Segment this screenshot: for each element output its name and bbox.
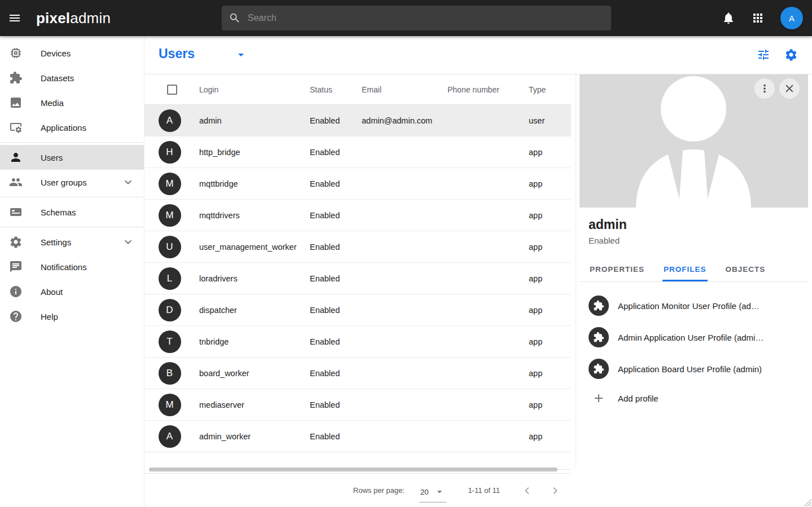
puzzle-icon [9,71,23,85]
table-row-admin-worker[interactable]: Aadmin_workerEnabledapp [144,421,571,452]
puzzle-icon [593,300,604,311]
panel-user-title: admin [589,217,799,232]
profile-item-1[interactable]: Application Monitor User Profile (ad… [580,290,808,321]
user-avatar-button[interactable]: A [780,7,803,29]
sidebar-item-label: Help [41,312,58,321]
table-row-mqttdrivers[interactable]: MmqttdriversEnabledapp [144,200,571,231]
cell-login: mqttbridge [199,179,310,188]
window-resize-grip[interactable] [804,499,811,506]
table-pagination: Rows per page: 20 1-11 of 11 [144,473,571,507]
pagination-range: 1-11 of 11 [468,486,500,495]
app-window-icon [9,121,23,134]
cell-status: Enabled [310,274,362,283]
sidebar-item-applications[interactable]: Applications [0,115,144,140]
app-logo: pixeladmin [36,10,111,27]
cell-type: app [529,211,571,220]
table-row-board-worker[interactable]: Bboard_workerEnabledapp [144,358,571,389]
cell-login: dispatcher [199,306,310,315]
user-detail-panel: admin Enabled PROPERTIESPROFILESOBJECTS … [580,74,808,411]
cell-login: tnbridge [199,337,310,346]
hamburger-icon [8,11,21,25]
filter-tune-icon[interactable] [757,48,770,61]
table-row-dispatcher[interactable]: DdispatcherEnabledapp [144,294,571,326]
row-avatar: A [159,425,181,448]
sidebar-item-help[interactable]: Help [0,304,144,329]
page-title-dropdown[interactable]: Users [159,46,248,61]
cell-status: Enabled [310,148,362,157]
table-body: AadminEnabledadmin@admin.comuserHhttp_br… [144,105,571,452]
cell-type: app [529,432,571,441]
rows-per-page-value: 20 [420,488,428,496]
column-header-email: Email [362,85,447,94]
profile-item-3[interactable]: Application Board User Profile (admin) [580,353,808,385]
tab-objects[interactable]: OBJECTS [725,258,767,281]
table-row-loradrivers[interactable]: LloradriversEnabledapp [144,263,571,294]
cell-type: app [529,400,571,409]
cell-status: Enabled [310,179,362,188]
tab-properties[interactable]: PROPERTIES [589,258,646,281]
top-app-bar: pixeladmin A [0,0,812,36]
cell-status: Enabled [310,211,362,220]
brand-light: admin [70,10,111,27]
row-avatar: U [159,236,181,258]
sidebar-item-user-groups[interactable]: User groups [0,170,144,195]
topbar-actions: A [722,0,803,36]
sidebar-item-users[interactable]: Users [0,145,144,170]
table-row-user-management-worker[interactable]: Uuser_management_workerEnabledapp [144,231,571,263]
profile-label: Application Board User Profile (admin) [618,364,762,374]
close-icon [783,82,796,95]
row-avatar: D [159,299,181,321]
sidebar-item-devices[interactable]: Devices [0,41,144,65]
select-all-checkbox[interactable] [167,85,177,95]
table-row-mqttbridge[interactable]: MmqttbridgeEnabledapp [144,168,571,200]
cell-status: Enabled [310,432,362,441]
row-avatar: A [159,109,181,132]
settings-gear-icon[interactable] [784,48,798,61]
cell-type: app [529,369,571,378]
sidebar-item-media[interactable]: Media [0,90,144,115]
search-bar [222,6,611,30]
menu-button[interactable] [8,11,21,25]
table-row-mediaserver[interactable]: MmediaserverEnabledapp [144,389,571,421]
sidebar-divider [0,142,144,143]
header-actions [757,48,798,61]
next-page-icon[interactable] [548,484,562,497]
cell-status: Enabled [310,306,362,315]
apps-grid-icon[interactable] [751,11,765,25]
previous-page-icon[interactable] [520,484,534,497]
sidebar-item-label: Datasets [41,73,74,83]
table-row-tnbridge[interactable]: TtnbridgeEnabledapp [144,326,571,358]
gear-icon [9,235,23,249]
sidebar-item-label: Users [41,153,63,162]
column-header-phone-number: Phone number [447,85,529,94]
table-header-row: LoginStatusEmailPhone numberType [144,74,571,105]
cell-type: app [529,148,571,157]
add-profile-label: Add profile [618,394,659,403]
row-avatar: H [159,141,181,164]
horizontal-scrollbar-thumb[interactable] [149,468,558,471]
table-right-divider [576,74,576,469]
profile-label: Admin Application User Profile (admi… [618,333,763,342]
cell-type: app [529,243,571,252]
sidebar-divider [0,197,144,197]
sidebar-item-about[interactable]: About [0,279,144,304]
add-profile-button[interactable]: Add profile [580,386,808,411]
panel-user-status: Enabled [589,236,799,245]
row-avatar: M [159,204,181,227]
panel-close-button[interactable] [779,78,800,99]
table-row-admin[interactable]: AadminEnabledadmin@admin.comuser [144,105,571,136]
sidebar-item-settings[interactable]: Settings [0,230,144,254]
rows-per-page-select[interactable]: 20 [419,485,446,502]
search-input[interactable] [248,13,604,23]
chat-icon [9,260,23,274]
sidebar-item-schemas[interactable]: Schemas [0,200,144,224]
cell-login: user_management_worker [199,243,310,252]
panel-menu-button[interactable] [754,78,775,99]
notifications-bell-icon[interactable] [722,11,735,25]
profile-item-2[interactable]: Admin Application User Profile (admi… [580,321,808,353]
sidebar-item-label: Notifications [41,262,87,272]
sidebar-item-notifications[interactable]: Notifications [0,254,144,279]
sidebar-item-datasets[interactable]: Datasets [0,65,144,90]
tab-profiles[interactable]: PROFILES [662,258,708,281]
table-row-http-bridge[interactable]: Hhttp_bridgeEnabledapp [144,136,571,168]
